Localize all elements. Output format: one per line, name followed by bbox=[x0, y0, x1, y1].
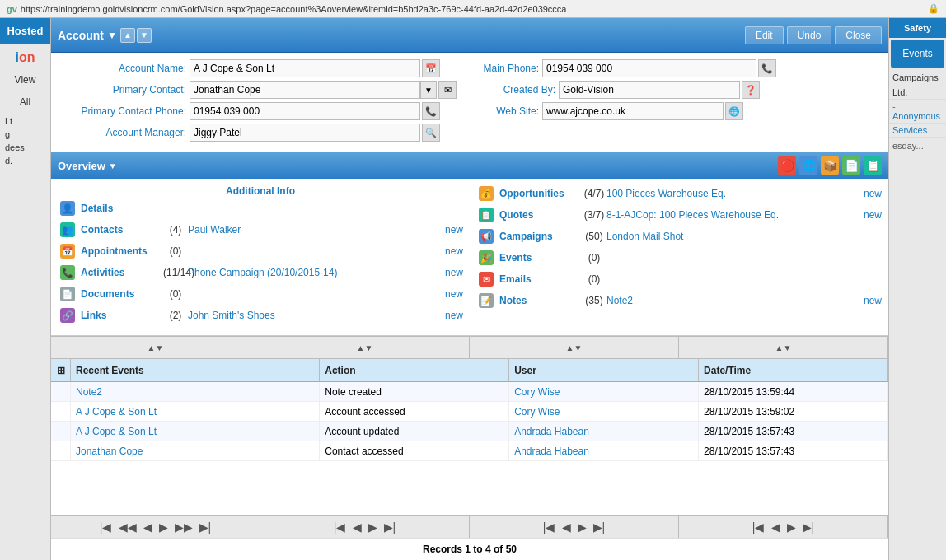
rs-item-2[interactable]: - Anonymous bbox=[889, 100, 946, 124]
rs-item-3[interactable]: Services bbox=[889, 124, 946, 138]
rs-item-1[interactable]: Ltd. bbox=[889, 86, 946, 100]
opportunities-link[interactable]: 100 Pieces Warehouse Eq. bbox=[606, 188, 864, 199]
overview-icon-1[interactable]: 🔴 bbox=[778, 156, 796, 175]
main-phone-icon[interactable]: 📞 bbox=[758, 59, 776, 77]
account-manager-input[interactable] bbox=[190, 124, 420, 142]
activities-link[interactable]: Phone Campaign (20/10/2015-14) bbox=[188, 267, 445, 278]
sort-up-1[interactable]: ▲ bbox=[148, 343, 156, 352]
nav-first-1[interactable]: |◀ bbox=[98, 520, 114, 534]
events-label[interactable]: Events bbox=[499, 252, 582, 264]
nav-first-3[interactable]: |◀ bbox=[541, 520, 557, 534]
overview-icon-2[interactable]: 🌐 bbox=[799, 156, 817, 175]
account-name-input[interactable] bbox=[190, 59, 420, 77]
nav-last-4[interactable]: ▶| bbox=[801, 520, 817, 534]
nav-last-3[interactable]: ▶| bbox=[592, 520, 607, 534]
sort-down-2[interactable]: ▼ bbox=[365, 343, 373, 352]
nav-next-1[interactable]: ▶ bbox=[157, 520, 170, 534]
notes-link[interactable]: Note2 bbox=[606, 295, 864, 306]
sidebar-view[interactable]: View bbox=[0, 71, 50, 89]
nav-last-2[interactable]: ▶| bbox=[382, 520, 398, 534]
web-site-icon[interactable]: 🌐 bbox=[725, 102, 743, 120]
sort-down-3[interactable]: ▼ bbox=[574, 343, 583, 352]
nav-prev-4[interactable]: ◀ bbox=[770, 520, 782, 534]
overview-icon-5[interactable]: 📋 bbox=[864, 156, 882, 175]
nav-prev-2[interactable]: ◀ bbox=[351, 520, 363, 534]
sort-down-1[interactable]: ▼ bbox=[156, 343, 164, 352]
nav-next-3[interactable]: ▶ bbox=[576, 520, 588, 534]
created-by-icon[interactable]: ❓ bbox=[742, 81, 760, 99]
account-up-btn[interactable]: ▲ bbox=[120, 28, 135, 43]
sidebar-item-2[interactable]: g bbox=[2, 128, 49, 141]
account-name-calendar-icon[interactable]: 📅 bbox=[422, 59, 440, 77]
th-expand[interactable]: ⊞ bbox=[51, 359, 71, 381]
phone-copy-icon[interactable]: 📞 bbox=[422, 102, 440, 120]
links-link[interactable]: John Smith's Shoes bbox=[188, 310, 445, 321]
appointments-label[interactable]: Appointments bbox=[81, 245, 163, 257]
sidebar-all[interactable]: All bbox=[0, 93, 50, 111]
sort-up-4[interactable]: ▲ bbox=[775, 343, 784, 352]
sort-down-4[interactable]: ▼ bbox=[784, 343, 792, 352]
contacts-link[interactable]: Paul Walker bbox=[188, 224, 445, 236]
activities-new[interactable]: new bbox=[445, 267, 463, 278]
quotes-link[interactable]: 8-1-AJCop: 100 Pieces Warehouse Eq. bbox=[606, 209, 864, 221]
primary-contact-input[interactable] bbox=[190, 81, 420, 99]
opportunities-new[interactable]: new bbox=[864, 188, 882, 199]
undo-button[interactable]: Undo bbox=[787, 26, 832, 44]
primary-contact-dropdown[interactable]: ▼ bbox=[420, 81, 437, 99]
contacts-new[interactable]: new bbox=[445, 224, 463, 236]
web-site-input[interactable] bbox=[542, 102, 724, 120]
sidebar-item-4[interactable]: d. bbox=[2, 154, 49, 167]
activities-label[interactable]: Activities bbox=[81, 267, 163, 278]
td-user-3[interactable]: Andrada Habean bbox=[509, 422, 699, 441]
account-down-btn[interactable]: ▼ bbox=[137, 28, 152, 43]
notes-label[interactable]: Notes bbox=[499, 295, 582, 306]
documents-new[interactable]: new bbox=[445, 288, 463, 300]
overview-dropdown-icon[interactable]: ▼ bbox=[109, 161, 117, 170]
nav-prev-3[interactable]: ◀ bbox=[560, 520, 573, 534]
nav-next-page-1[interactable]: ▶▶ bbox=[173, 520, 194, 534]
quotes-label[interactable]: Quotes bbox=[499, 209, 582, 221]
campaigns-label[interactable]: Campaigns bbox=[499, 231, 582, 242]
emails-label[interactable]: Emails bbox=[499, 273, 582, 285]
links-label[interactable]: Links bbox=[81, 310, 163, 321]
quotes-new[interactable]: new bbox=[864, 209, 882, 221]
td-name-3[interactable]: A J Cope & Son Lt bbox=[71, 422, 320, 441]
contacts-label[interactable]: Contacts bbox=[81, 224, 163, 236]
main-phone-input[interactable] bbox=[542, 59, 756, 77]
nav-next-4[interactable]: ▶ bbox=[785, 520, 798, 534]
appointments-new[interactable]: new bbox=[445, 245, 463, 257]
opportunities-label[interactable]: Opportunities bbox=[499, 188, 582, 199]
edit-button[interactable]: Edit bbox=[745, 26, 784, 44]
sort-up-3[interactable]: ▲ bbox=[566, 343, 574, 352]
td-user-1[interactable]: Cory Wise bbox=[509, 382, 699, 401]
links-count: (2) bbox=[163, 310, 188, 321]
overview-icon-4[interactable]: 📄 bbox=[842, 156, 860, 175]
nav-prev-1[interactable]: ◀ bbox=[142, 520, 154, 534]
details-label[interactable]: Details bbox=[81, 203, 163, 214]
sidebar-item-1[interactable]: Lt bbox=[2, 114, 49, 128]
account-dropdown-icon[interactable]: ▼ bbox=[107, 30, 117, 41]
overview-icon-3[interactable]: 📦 bbox=[821, 156, 839, 175]
nav-prev-page-1[interactable]: ◀◀ bbox=[117, 520, 138, 534]
url-bar[interactable]: https://trainingdemo.goldvisioncrm.com/G… bbox=[21, 4, 928, 14]
td-name-1[interactable]: Note2 bbox=[71, 382, 320, 401]
close-button[interactable]: Close bbox=[835, 26, 882, 44]
td-name-2[interactable]: A J Cope & Son Lt bbox=[71, 402, 320, 421]
campaigns-link[interactable]: London Mail Shot bbox=[606, 231, 882, 242]
links-new[interactable]: new bbox=[445, 310, 463, 321]
td-user-2[interactable]: Cory Wise bbox=[509, 402, 699, 421]
nav-first-2[interactable]: |◀ bbox=[332, 520, 348, 534]
sort-up-2[interactable]: ▲ bbox=[357, 343, 365, 352]
nav-first-4[interactable]: |◀ bbox=[751, 520, 766, 534]
documents-label[interactable]: Documents bbox=[81, 288, 163, 300]
td-name-4[interactable]: Jonathan Cope bbox=[71, 441, 320, 460]
primary-contact-phone-input[interactable] bbox=[190, 102, 420, 120]
nav-next-2[interactable]: ▶ bbox=[367, 520, 379, 534]
rs-events-button[interactable]: Events bbox=[891, 40, 944, 68]
sidebar-item-3[interactable]: dees bbox=[2, 141, 49, 154]
nav-last-1[interactable]: ▶| bbox=[198, 520, 213, 534]
primary-contact-email-icon[interactable]: ✉ bbox=[438, 81, 457, 99]
td-user-4[interactable]: Andrada Habean bbox=[509, 441, 699, 460]
notes-new[interactable]: new bbox=[864, 295, 882, 306]
account-manager-search-icon[interactable]: 🔍 bbox=[422, 124, 440, 142]
